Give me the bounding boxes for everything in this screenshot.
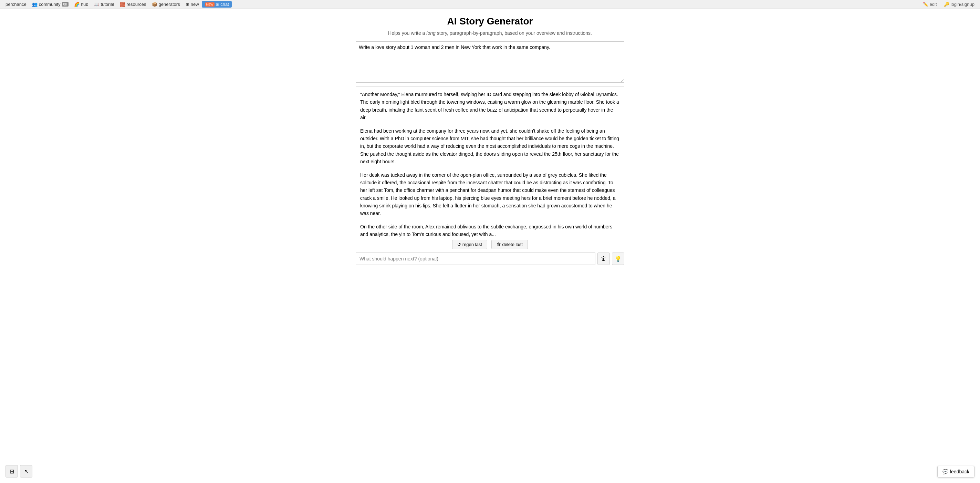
story-paragraph-3: Her desk was tucked away in the corner o… (360, 171, 620, 217)
prompt-textarea[interactable]: Write a love story about 1 woman and 2 m… (356, 41, 624, 83)
grid-view-button[interactable]: ⊞ (5, 465, 18, 478)
community-icon: 👥 (32, 2, 38, 7)
navbar: perchance 👥 community 8h 🌈 hub 📖 tutoria… (0, 0, 980, 9)
nav-tutorial[interactable]: 📖 tutorial (91, 1, 117, 8)
nav-tutorial-label: tutorial (100, 2, 114, 7)
nav-ai-chat[interactable]: NEW ai chat (202, 1, 232, 8)
new-badge: NEW (205, 2, 215, 6)
story-paragraph-2: Elena had been working at the company fo… (360, 127, 620, 166)
new-icon: ⊕ (186, 2, 189, 7)
cursor-mode-button[interactable]: ↖ (20, 465, 32, 478)
delete-last-button[interactable]: 🗑 delete last (492, 240, 528, 249)
nav-generators[interactable]: 📦 generators (149, 1, 183, 8)
grid-icon: ⊞ (10, 468, 14, 475)
regen-last-button[interactable]: ↺ regen last (452, 240, 487, 249)
subtitle-prefix: Helps you write a (388, 30, 426, 36)
nav-edit-label: edit (930, 2, 937, 7)
cursor-icon: ↖ (24, 468, 29, 475)
trash-icon: 🗑 (601, 256, 606, 262)
nav-brand[interactable]: perchance (3, 1, 29, 8)
nav-resources[interactable]: 🧱 resources (117, 1, 149, 8)
story-paragraph-1: "Another Monday," Elena murmured to hers… (360, 91, 620, 122)
login-icon: 🔑 (944, 2, 949, 7)
nav-hub[interactable]: 🌈 hub (71, 1, 91, 8)
tutorial-icon: 📖 (94, 2, 99, 7)
nav-community[interactable]: 👥 community 8h (29, 1, 71, 8)
next-input[interactable] (356, 252, 595, 265)
edit-icon: ✏️ (923, 2, 928, 7)
lightbulb-button[interactable]: 💡 (612, 252, 624, 265)
bottom-left-icons: ⊞ ↖ (5, 465, 32, 478)
nav-edit[interactable]: ✏️ edit (920, 1, 940, 8)
nav-ai-chat-label: ai chat (216, 2, 229, 7)
feedback-button[interactable]: 💬 feedback (937, 466, 975, 478)
page-subtitle: Helps you write a long story, paragraph-… (388, 30, 592, 36)
nav-resources-label: resources (126, 2, 146, 7)
nav-new-label: new (191, 2, 199, 7)
generators-icon: 📦 (152, 2, 158, 7)
subtitle-italic: long (426, 30, 435, 36)
nav-new[interactable]: ⊕ new (183, 1, 202, 8)
main-content: AI Story Generator Helps you write a lon… (0, 9, 980, 483)
lightbulb-icon: 💡 (615, 256, 622, 262)
community-badge: 8h (62, 2, 68, 6)
clear-input-button[interactable]: 🗑 (597, 252, 610, 265)
nav-login-label: login/signup (951, 2, 975, 7)
subtitle-suffix: story, paragraph-by-paragraph, based on … (436, 30, 592, 36)
nav-community-label: community (39, 2, 60, 7)
story-paragraph-4: On the other side of the room, Alex rema… (360, 223, 620, 238)
resources-icon: 🧱 (119, 2, 125, 7)
story-action-buttons: ↺ regen last 🗑 delete last (452, 240, 528, 249)
nav-right: ✏️ edit 🔑 login/signup (920, 1, 977, 8)
nav-hub-label: hub (81, 2, 89, 7)
nav-generators-label: generators (159, 2, 180, 7)
hub-icon: 🌈 (74, 2, 80, 7)
nav-login[interactable]: 🔑 login/signup (941, 1, 977, 8)
story-output: "Another Monday," Elena murmured to hers… (356, 86, 624, 241)
next-input-row: 🗑 💡 (356, 252, 624, 265)
page-title: AI Story Generator (447, 16, 533, 27)
